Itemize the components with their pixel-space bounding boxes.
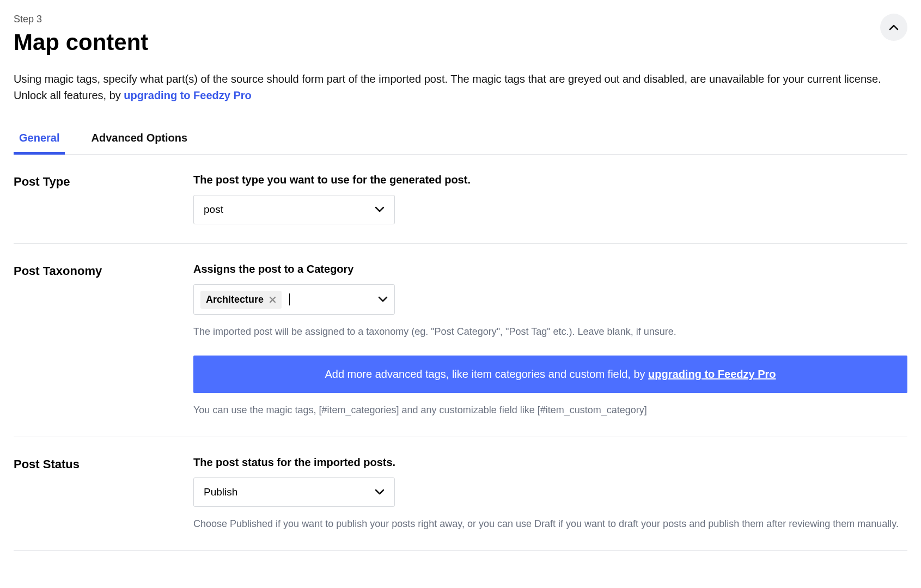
promo-upgrade-link[interactable]: upgrading to Feedzy Pro bbox=[648, 368, 776, 380]
step-label: Step 3 bbox=[14, 14, 148, 25]
post-type-select[interactable]: post bbox=[193, 195, 395, 224]
taxonomy-help-1: The imported post will be assigned to a … bbox=[193, 324, 907, 339]
field-label-post-taxonomy: Assigns the post to a Category bbox=[193, 263, 907, 275]
tab-general[interactable]: General bbox=[14, 124, 65, 155]
page-description: Using magic tags, specify what part(s) o… bbox=[14, 71, 907, 103]
field-label-post-status: The post status for the imported posts. bbox=[193, 456, 907, 469]
tag-area: Architecture bbox=[200, 291, 290, 309]
chevron-down-icon bbox=[375, 206, 385, 213]
section-post-status: Post Status The post status for the impo… bbox=[14, 437, 907, 551]
section-post-type: Post Type The post type you want to use … bbox=[14, 155, 907, 244]
taxonomy-tag: Architecture bbox=[200, 291, 282, 309]
section-label-post-type: Post Type bbox=[14, 174, 193, 224]
promo-banner: Add more advanced tags, like item catego… bbox=[193, 356, 907, 393]
section-label-post-taxonomy: Post Taxonomy bbox=[14, 263, 193, 418]
tabs: General Advanced Options bbox=[14, 124, 907, 155]
page-title: Map content bbox=[14, 29, 148, 56]
post-status-select[interactable]: Publish bbox=[193, 477, 395, 507]
promo-text: Add more advanced tags, like item catego… bbox=[325, 368, 648, 380]
taxonomy-help-2: You can use the magic tags, [#item_categ… bbox=[193, 403, 907, 418]
chevron-down-icon bbox=[378, 296, 388, 303]
tab-advanced-options[interactable]: Advanced Options bbox=[86, 124, 193, 155]
chevron-up-icon bbox=[889, 24, 899, 30]
upgrade-link[interactable]: upgrading to Feedzy Pro bbox=[124, 89, 251, 101]
post-status-help: Choose Published if you want to publish … bbox=[193, 517, 907, 531]
section-post-taxonomy: Post Taxonomy Assigns the post to a Cate… bbox=[14, 244, 907, 437]
tag-remove-icon[interactable] bbox=[269, 296, 276, 303]
collapse-button[interactable] bbox=[880, 14, 907, 41]
post-type-value: post bbox=[204, 204, 375, 216]
post-taxonomy-select[interactable]: Architecture bbox=[193, 284, 395, 315]
field-label-post-type: The post type you want to use for the ge… bbox=[193, 174, 907, 186]
chevron-down-icon bbox=[375, 489, 385, 495]
input-cursor bbox=[289, 293, 290, 305]
section-label-post-status: Post Status bbox=[14, 456, 193, 531]
post-status-value: Publish bbox=[204, 486, 375, 498]
tag-label: Architecture bbox=[206, 294, 264, 305]
